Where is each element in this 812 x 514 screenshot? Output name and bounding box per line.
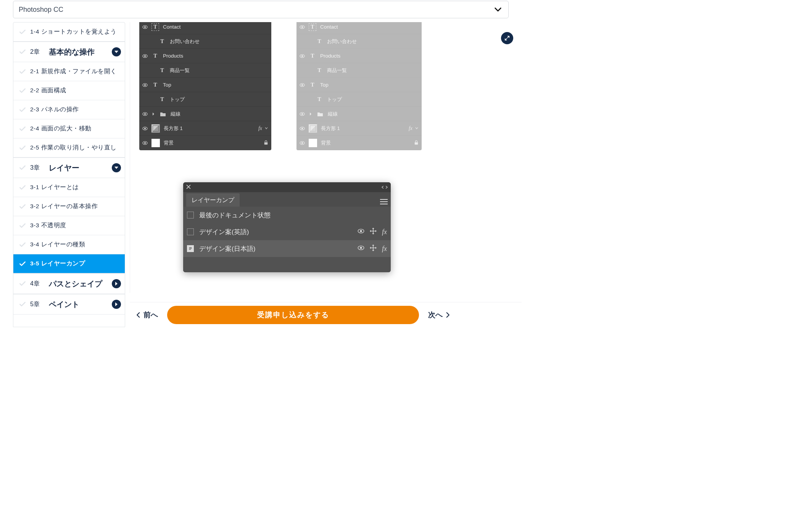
panel-menu-icon[interactable]	[380, 199, 388, 207]
svg-rect-37	[415, 142, 418, 145]
lesson-item[interactable]: 2-1 新規作成・ファイルを開く	[13, 62, 125, 81]
next-lesson-button[interactable]: 次へ	[424, 310, 455, 320]
text-layer-icon: T	[151, 23, 159, 31]
layer-name: 背景	[321, 140, 410, 146]
comp-options-icons: fx	[358, 228, 387, 236]
visibility-eye-icon[interactable]	[142, 111, 148, 117]
lesson-item[interactable]: 2-3 パネルの操作	[13, 100, 125, 119]
comp-checkbox[interactable]	[187, 212, 194, 218]
lesson-item-label: 2-2 画面構成	[30, 87, 66, 95]
layer-comps-tab[interactable]: レイヤーカンプ	[186, 193, 240, 207]
layer-row[interactable]: 長方形 1fx	[296, 121, 422, 136]
chapter-header[interactable]: 4章パスとシェイプ	[13, 273, 125, 294]
text-layer-icon: T	[309, 23, 316, 31]
chapter-header[interactable]: 3章レイヤー	[13, 157, 125, 178]
layer-row[interactable]: TProducts	[139, 49, 271, 63]
panel-collapse-icon[interactable]	[382, 184, 388, 191]
layer-row[interactable]: 縦線	[296, 107, 422, 121]
svg-rect-41	[189, 247, 192, 248]
visibility-eye-icon[interactable]	[142, 53, 148, 59]
visibility-eye-icon[interactable]	[300, 111, 305, 117]
chevron-right-icon	[112, 300, 121, 309]
lesson-item[interactable]: 2-4 画面の拡大・移動	[13, 119, 125, 138]
next-lesson-label: 次へ	[428, 310, 443, 320]
layer-row[interactable]: Tお問い合わせ	[139, 34, 271, 49]
lesson-item[interactable]: 3-5 レイヤーカンプ	[13, 254, 125, 273]
visibility-eye-icon[interactable]	[142, 24, 148, 30]
visibility-eye-icon[interactable]	[300, 53, 305, 59]
lesson-item-label: 2-3 パネルの操作	[30, 106, 79, 114]
comp-checkbox[interactable]	[187, 228, 194, 235]
layer-name: Contact	[320, 24, 419, 30]
svg-point-5	[144, 55, 146, 56]
svg-point-11	[144, 98, 146, 100]
chapter-header[interactable]: 5章ペイント	[13, 294, 125, 315]
chapter-header[interactable]: 2章基本的な操作	[13, 42, 125, 62]
layer-row[interactable]: T商品一覧	[296, 63, 422, 78]
lesson-item[interactable]: 3-4 レイヤーの種類	[13, 235, 125, 254]
expand-group-icon[interactable]	[151, 112, 155, 116]
layer-name: トップ	[170, 96, 268, 103]
layer-row[interactable]: 背景	[139, 136, 271, 150]
layer-row[interactable]: TProducts	[296, 49, 422, 63]
layer-row[interactable]: TTop	[139, 78, 271, 92]
layer-row[interactable]: 背景	[296, 136, 422, 150]
layer-row[interactable]: T商品一覧	[139, 63, 271, 78]
layer-name: 長方形 1	[164, 125, 255, 132]
layer-row[interactable]: TContact	[296, 22, 422, 34]
lesson-item[interactable]: 3-2 レイヤーの基本操作	[13, 197, 125, 216]
layer-name: Top	[163, 82, 268, 88]
visibility-eye-icon[interactable]	[300, 82, 305, 88]
position-move-icon	[370, 244, 377, 253]
appearance-fx-icon: fx	[382, 245, 387, 253]
expand-group-icon[interactable]	[309, 112, 313, 116]
lesson-item[interactable]: 2-2 画面構成	[13, 81, 125, 100]
layer-row[interactable]: 長方形 1fx	[139, 121, 271, 136]
apply-cta-button[interactable]: 受講申し込みをする	[167, 306, 419, 324]
layer-name: お問い合わせ	[170, 38, 268, 45]
lesson-item-label: 2-5 作業の取り消し・やり直し	[30, 144, 117, 152]
layer-comp-row[interactable]: デザイン案(英語) fx	[183, 223, 391, 240]
background-layer-thumb	[151, 139, 160, 147]
check-icon	[19, 68, 26, 75]
layer-row[interactable]: 縦線	[139, 107, 271, 121]
check-icon	[19, 203, 26, 210]
visibility-eye-icon[interactable]	[142, 140, 148, 146]
lesson-item[interactable]: 2-5 作業の取り消し・やり直し	[13, 138, 125, 157]
photoshop-layers-panel-left: TContactTお問い合わせTProductsT商品一覧TTopTトップ縦線長…	[139, 22, 271, 150]
course-dropdown[interactable]: Photoshop CC	[13, 1, 509, 18]
check-icon	[19, 241, 26, 249]
chevron-down-icon	[112, 47, 121, 56]
visibility-eye-icon[interactable]	[142, 126, 148, 131]
layer-comp-row[interactable]: デザイン案(日本語) fx	[183, 240, 391, 257]
layer-row[interactable]: TContact	[139, 22, 271, 34]
chapter-title: レイヤー	[49, 163, 108, 173]
layer-row[interactable]: Tトップ	[296, 92, 422, 107]
visibility-eye-icon[interactable]	[142, 82, 148, 88]
prev-lesson-button[interactable]: 前へ	[131, 310, 162, 320]
chevron-down-icon	[494, 5, 502, 14]
layer-name: Products	[320, 53, 419, 59]
lesson-item[interactable]: 3-3 不透明度	[13, 216, 125, 235]
lesson-item[interactable]: 1-4 ショートカットを覚えよう	[13, 22, 125, 42]
layer-comp-row[interactable]: 最後のドキュメント状態	[183, 207, 391, 223]
layer-name: Contact	[163, 24, 268, 30]
layer-row[interactable]: Tトップ	[139, 92, 271, 107]
visibility-eye-icon[interactable]	[300, 126, 305, 131]
chapter-title: 基本的な操作	[49, 47, 108, 57]
layer-row[interactable]: TTop	[296, 78, 422, 92]
lesson-sidebar-scroll[interactable]: 1-4 ショートカットを覚えよう 2章基本的な操作 2-1 新規作成・ファイルを…	[13, 22, 125, 327]
applied-comp-icon	[187, 245, 194, 252]
panel-close-icon[interactable]	[186, 184, 191, 191]
visibility-eye-icon	[358, 244, 364, 253]
text-layer-icon: T	[158, 96, 166, 103]
lesson-item[interactable]: 3-1 レイヤーとは	[13, 178, 125, 197]
visibility-eye-icon[interactable]	[300, 24, 305, 30]
background-layer-thumb	[309, 139, 317, 147]
expand-fullscreen-button[interactable]	[501, 32, 513, 44]
svg-point-30	[301, 98, 303, 100]
check-icon	[19, 280, 26, 288]
layer-row[interactable]: Tお問い合わせ	[296, 34, 422, 49]
check-icon	[19, 260, 26, 268]
visibility-eye-icon[interactable]	[300, 140, 305, 146]
